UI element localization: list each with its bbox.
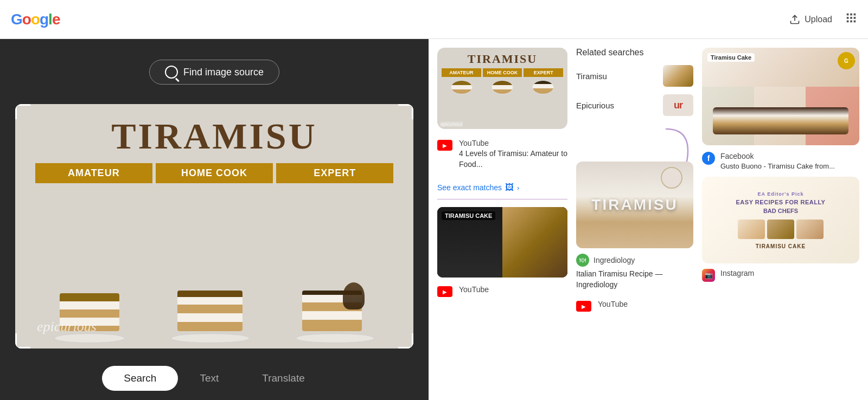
youtube-icon-2	[437, 286, 452, 297]
translate-tab[interactable]: Translate	[240, 366, 327, 391]
chevron-right-icon: ›	[517, 184, 519, 192]
search-tab[interactable]: Search	[102, 366, 178, 391]
corner-handle-tr	[398, 104, 413, 119]
upload-button[interactable]: Upload	[789, 14, 832, 25]
easy-recipes-line2: EASY RECIPES FOR REALLY	[736, 199, 826, 205]
grid-icon[interactable]	[845, 12, 857, 27]
editor-pick-label: EA Editor's Pick	[758, 191, 804, 197]
tiramisu-levels: AMATEUR HOME COOK EXPERT	[35, 163, 394, 183]
instagram-icon: 📷	[702, 269, 715, 282]
youtube-source-result[interactable]: YouTube 4 Levels of Tiramisu: Amateur to…	[437, 137, 567, 172]
instagram-source[interactable]: 📷 Instagram	[702, 269, 859, 282]
tiramisu-title: TIRAMISU	[111, 115, 317, 158]
svg-rect-9	[854, 20, 856, 22]
gusto-badge: G	[838, 52, 855, 69]
tiramisu-cake-card[interactable]: G Tiramisu Cake	[702, 48, 859, 145]
facebook-name: Facebook	[720, 152, 835, 160]
bottom-tabs: Search Text Translate	[0, 357, 429, 400]
svg-rect-6	[854, 17, 856, 19]
youtube-source-result-2[interactable]: YouTube	[437, 283, 567, 299]
related-tiramisu-label: Tiramisu	[576, 72, 607, 81]
facebook-title: Gusto Buono - Tiramisu Cake from...	[720, 162, 835, 171]
svg-rect-1	[847, 13, 849, 15]
page-icon: 🖼	[505, 183, 514, 192]
youtube-source-text-2: YouTube	[459, 285, 489, 294]
mid-img-bg: TIRAMISU	[576, 162, 693, 248]
right-panel: TIRAMISU AMATEUR HOME COOK EXPERT epicur…	[429, 39, 868, 400]
facebook-source[interactable]: f Facebook Gusto Buono - Tiramisu Cake f…	[702, 152, 859, 171]
uploaded-image: TIRAMISU AMATEUR HOME COOK EXPERT	[15, 104, 413, 349]
google-logo: Google	[11, 11, 60, 28]
recipe-thumb-1	[738, 220, 765, 239]
easy-recipes-bg: EA Editor's Pick EASY RECIPES FOR REALLY…	[702, 177, 859, 263]
related-searches-title: Related searches	[576, 48, 693, 57]
lens-icon	[165, 66, 178, 79]
plate-1	[54, 293, 125, 343]
youtube-source-text: YouTube 4 Levels of Tiramisu: Amateur to…	[459, 139, 567, 170]
slice-3-container	[302, 282, 367, 331]
mid-large-img-content: TIRAMISU	[576, 162, 693, 248]
right-col-right: G Tiramisu Cake f Facebook Gusto Buono -…	[702, 48, 859, 391]
video-label: TIRAMISU CAKE	[442, 211, 495, 220]
recipe-thumbnails	[738, 220, 824, 239]
plate-3	[296, 282, 374, 343]
youtube-name-mid: YouTube	[598, 300, 628, 308]
related-search-tiramisu[interactable]: Tiramisu	[576, 65, 693, 87]
mid-large-image[interactable]: TIRAMISU	[576, 162, 693, 248]
ingrediology-name: Ingrediology	[593, 256, 635, 264]
youtube-source-title: 4 Levels of Tiramisu: Amateur to Food...	[459, 149, 567, 170]
corner-handle-br	[398, 333, 413, 349]
related-epicurious-label: Epicurious	[576, 101, 614, 110]
epicurious-thumb-content: ur	[663, 94, 693, 116]
epi-card-levels: AMATEUR HOME COOK EXPERT	[442, 68, 563, 77]
easy-recipes-card[interactable]: EA Editor's Pick EASY RECIPES FOR REALLY…	[702, 177, 859, 263]
tiramisu-watermark: TIRAMISU	[591, 196, 678, 214]
svg-rect-8	[850, 20, 852, 22]
text-tab[interactable]: Text	[178, 366, 240, 391]
exact-matches-link[interactable]: See exact matches 🖼 ›	[437, 180, 567, 199]
upload-label: Upload	[805, 15, 832, 24]
cake-layers	[713, 107, 848, 134]
coffee-cup	[661, 167, 682, 189]
facebook-icon: f	[702, 152, 715, 165]
corner-handle-bl	[15, 333, 30, 349]
level-expert: EXPERT	[276, 163, 393, 183]
chocolate-decoration	[343, 282, 365, 309]
svg-rect-5	[850, 17, 852, 19]
ingrediology-title: Italian Tiramisu Recipe — Ingrediology	[576, 269, 693, 290]
find-image-label: Find image source	[183, 67, 264, 78]
ingrediology-source[interactable]: 🍽 Ingrediology	[576, 254, 693, 267]
video-thumbnail[interactable]: TIRAMISU CAKE	[437, 207, 567, 278]
find-image-source-button[interactable]: Find image source	[149, 60, 279, 85]
epi-card-plates	[442, 80, 563, 94]
recipe-thumb-2	[767, 220, 794, 239]
right-col-left: TIRAMISU AMATEUR HOME COOK EXPERT epicur…	[437, 48, 567, 391]
svg-rect-3	[854, 13, 856, 15]
ingrediology-icon: 🍽	[576, 254, 589, 267]
tiramisu-cake-small-label: TIRAMISU CAKE	[756, 243, 806, 249]
header-right: Upload	[789, 12, 857, 27]
tiramisu-cake-label: Tiramisu Cake	[707, 53, 755, 62]
svg-rect-7	[847, 20, 849, 22]
youtube-source-name-2: YouTube	[459, 285, 489, 294]
svg-rect-2	[850, 13, 852, 15]
instagram-name: Instagram	[720, 269, 754, 278]
youtube-icon	[437, 140, 452, 151]
left-panel: Find image source TIRAMISU AMATEUR HOME …	[0, 39, 429, 400]
epi-card-logo: epicurious	[441, 121, 463, 127]
related-epicurious-thumb: ur	[663, 94, 693, 116]
slice-2	[177, 291, 242, 331]
plate-dish-2	[171, 333, 250, 343]
epicurious-card-image: TIRAMISU AMATEUR HOME COOK EXPERT epicur…	[437, 48, 567, 129]
related-search-epicurious[interactable]: Epicurious ur	[576, 94, 693, 116]
level-homecook: HOME COOK	[156, 163, 273, 183]
youtube-icon-mid	[576, 301, 591, 312]
related-tiramisu-thumb	[663, 65, 693, 87]
epicurious-card[interactable]: TIRAMISU AMATEUR HOME COOK EXPERT epicur…	[437, 48, 567, 129]
epi-level-homecook: HOME COOK	[483, 68, 522, 77]
youtube-source-mid[interactable]: YouTube	[576, 298, 693, 314]
main-content: Find image source TIRAMISU AMATEUR HOME …	[0, 39, 868, 400]
epi-card-title: TIRAMISU	[468, 52, 537, 66]
plate-2	[171, 291, 250, 343]
epi-level-amateur: AMATEUR	[442, 68, 481, 77]
